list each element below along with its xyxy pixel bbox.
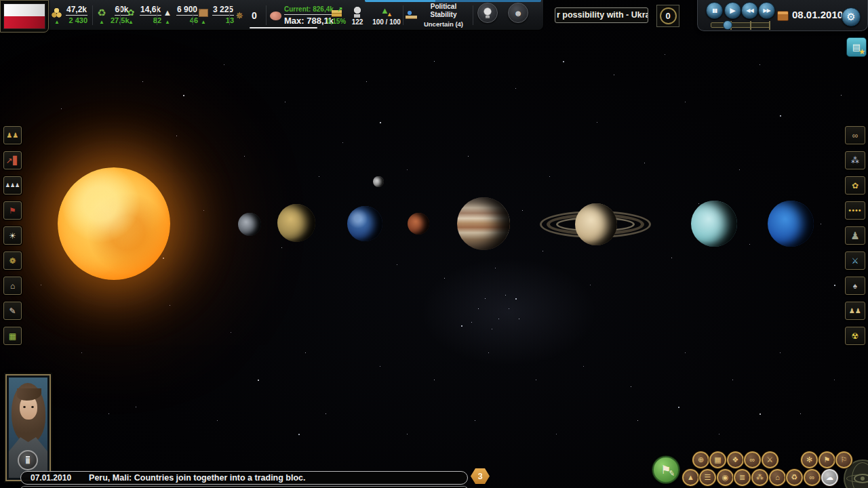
trend-up-icon: ▲: [99, 20, 104, 24]
resources-map-mode[interactable]: ♻: [786, 469, 803, 486]
military-button[interactable]: ♟: [845, 226, 865, 245]
ai-advisor-button[interactable]: ☻: [508, 3, 528, 23]
pause-icon: ▮▮: [712, 8, 717, 14]
moon[interactable]: [373, 176, 384, 187]
resource-recycling[interactable]: ♻ ▲ 60k 27,5k: [87, 0, 130, 30]
trend-up-icon: ▲: [128, 20, 134, 24]
resource-money[interactable]: ▲ 47,2k 2 430: [50, 0, 87, 30]
flag-hand-icon: ⚑: [9, 207, 16, 215]
people-icon: ⁂: [756, 474, 764, 481]
sun[interactable]: [58, 167, 170, 280]
recycle-icon: ♻: [791, 474, 798, 481]
divider: [120, 5, 121, 25]
play-icon: ▶: [730, 7, 735, 14]
diplomacy-button[interactable]: ∞: [845, 126, 865, 144]
infrastructure-button[interactable]: ⌂: [3, 277, 22, 295]
stability-title: Political Stability: [420, 3, 467, 19]
play-button[interactable]: ▶: [724, 2, 741, 19]
population-map-mode[interactable]: ⁂: [751, 469, 768, 486]
planet-jupiter[interactable]: [457, 197, 510, 250]
laurel-flag-icon: ❁: [9, 257, 16, 265]
planet-saturn[interactable]: [540, 200, 652, 249]
divider: [193, 5, 193, 25]
star-icon: ★: [859, 47, 865, 56]
planet-venus[interactable]: [277, 204, 315, 242]
support-value: 100 / 100: [372, 18, 401, 26]
people-pair-icon: ♟♟: [7, 132, 19, 139]
economy-button[interactable]: ✿: [845, 176, 865, 195]
political-stability-group[interactable]: Political Stability Uncertain (4): [406, 0, 467, 30]
government-button[interactable]: ⁂: [845, 151, 865, 169]
game-screen: ▲ 47,2k 2 430 ♻ ▲ 60k 27,5k ✿ ▲ 14,6k 82…: [0, 0, 868, 488]
government-map-mode[interactable]: ⌂: [769, 469, 786, 486]
slider-handle[interactable]: [723, 20, 732, 30]
alert-counter[interactable]: 0: [656, 5, 679, 27]
up-arrows-icon: ▲▲: [380, 5, 393, 18]
slider-tick: [769, 21, 770, 30]
planet-neptune[interactable]: [768, 201, 814, 247]
planet-mercury[interactable]: [238, 213, 261, 236]
news-count-badge[interactable]: 3: [471, 468, 490, 484]
planet-earth[interactable]: [347, 206, 382, 241]
trend-up-icon: ▲: [201, 20, 206, 24]
more-options-button[interactable]: ••••: [845, 201, 865, 220]
alliances-map-mode[interactable]: ❖: [727, 451, 744, 468]
handshake-icon: ∞: [810, 474, 815, 481]
statistics-button[interactable]: ↗▋: [3, 151, 22, 169]
technology-map-mode[interactable]: ▦: [709, 451, 726, 468]
weapons-program-button[interactable]: ☢: [845, 327, 865, 345]
trade-button[interactable]: ♟♟: [845, 302, 865, 320]
bar-chart-icon: ≣: [739, 474, 745, 481]
population-button[interactable]: ♟♟♟: [3, 176, 22, 195]
fast-forward-button[interactable]: ▶▶: [758, 2, 775, 19]
resource-compass[interactable]: ✵ 0: [233, 0, 257, 30]
planet-uranus[interactable]: [691, 201, 737, 247]
unrest-map-mode[interactable]: ✻: [801, 451, 818, 468]
laws-button[interactable]: ✎: [3, 302, 22, 320]
country-flag-button[interactable]: [0, 0, 49, 33]
world-conflicts-button[interactable]: ⚔: [845, 251, 865, 270]
war-map-mode[interactable]: ⚔: [762, 451, 778, 468]
military-map-mode[interactable]: ☰: [699, 469, 716, 486]
sun-texture: [58, 167, 170, 280]
weather-map-mode[interactable]: ☁: [821, 469, 838, 486]
growth-stat[interactable]: ↗ 0,15%: [324, 0, 349, 30]
world-map-mode[interactable]: ⊕: [692, 451, 709, 468]
population-stat[interactable]: 122: [347, 0, 368, 30]
relations-map-mode[interactable]: ∞: [744, 451, 761, 468]
politics-button[interactable]: ⚑: [3, 201, 22, 220]
bank-building-icon: ⌂: [775, 474, 780, 481]
event-alert[interactable]: r possibility with - Ukraine: [555, 7, 648, 23]
claims-map-mode[interactable]: ⚑: [818, 451, 835, 468]
spy-icon: ♠: [853, 282, 857, 290]
support-stat[interactable]: ▲▲ 100 / 100: [370, 0, 403, 30]
government-badge[interactable]: Ⅲ: [18, 450, 38, 470]
planet-mars[interactable]: [408, 213, 429, 235]
resource-industry[interactable]: ▲ 3 225 13: [197, 0, 234, 30]
hint-bulb-button[interactable]: [477, 3, 498, 23]
espionage-button[interactable]: ♠: [845, 277, 865, 295]
prestige-button[interactable]: ❁: [3, 251, 22, 270]
rewind-button[interactable]: ◀◀: [741, 2, 758, 19]
economy-map-mode[interactable]: ≣: [734, 469, 751, 486]
compass-value: 0: [252, 10, 257, 21]
territories-map-mode[interactable]: ⚐: [835, 451, 852, 468]
terrain-map-mode[interactable]: ▲: [682, 469, 699, 486]
influence-map-mode[interactable]: ◉: [717, 469, 734, 486]
plant-icon: ✿: [125, 7, 137, 19]
objectives-button[interactable]: ▤ ★: [846, 37, 867, 57]
subsidies-button[interactable]: ☀: [3, 226, 22, 245]
treasury-button[interactable]: ▦: [3, 327, 22, 345]
four-dots-icon: ••••: [848, 207, 861, 214]
settings-button[interactable]: ⚙: [842, 7, 861, 26]
ministers-button[interactable]: ♟♟: [3, 126, 22, 144]
soldier-icon: ♟: [850, 230, 859, 241]
trade-map-mode[interactable]: ∞: [804, 469, 821, 486]
resource-agriculture[interactable]: ✿ ▲ 14,6k 82: [124, 0, 161, 30]
national-focus-button[interactable]: ⚑ ✎: [652, 456, 679, 483]
lightbulb-icon: [482, 7, 493, 18]
game-speed-slider[interactable]: [711, 22, 770, 28]
news-ticker[interactable]: 07.01.2010 Peru, Mali: Countries join to…: [20, 471, 468, 485]
pause-button[interactable]: ▮▮: [706, 2, 723, 19]
globe-icon: ⊕: [698, 456, 704, 464]
